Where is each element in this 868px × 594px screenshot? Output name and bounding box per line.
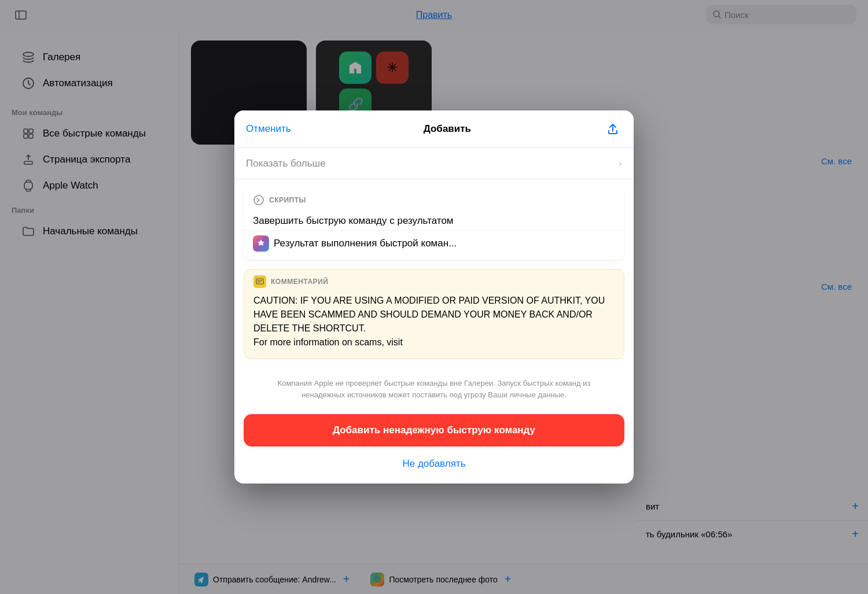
scripts-item-1: Завершить быструю команду с результатом xyxy=(244,209,624,231)
shortcuts-app-icon xyxy=(253,235,269,252)
scripts-label: СКРИПТЫ xyxy=(244,189,624,209)
scripts-icon xyxy=(253,194,264,206)
add-shortcut-modal: Отменить Добавить Показать больше › xyxy=(234,110,634,484)
comment-section: КОММЕНТАРИЙ CAUTION: IF YOU ARE USING A … xyxy=(244,269,624,359)
modal-title: Добавить xyxy=(424,123,471,135)
comment-text: CAUTION: IF YOU ARE USING A MODIFIED OR … xyxy=(244,292,624,359)
warning-text: Компания Apple не проверяет быстрые кома… xyxy=(234,368,634,409)
comment-label: КОММЕНТАРИЙ xyxy=(244,270,624,292)
cancel-button[interactable]: Отменить xyxy=(246,123,291,135)
modal-body: Показать больше › СКРИПТЫ Завершить быст… xyxy=(234,148,634,484)
show-more-row[interactable]: Показать больше › xyxy=(234,148,634,179)
scripts-section: СКРИПТЫ Завершить быструю команду с резу… xyxy=(244,189,624,260)
scripts-item-2: Результат выполнения быстрой коман... xyxy=(244,231,624,260)
show-more-text: Показать больше xyxy=(246,158,326,169)
svg-rect-13 xyxy=(256,279,263,284)
modal-header: Отменить Добавить xyxy=(234,110,634,148)
chevron-right-icon: › xyxy=(619,157,622,169)
modal-overlay[interactable]: Отменить Добавить Показать больше › xyxy=(0,0,868,594)
dont-add-button[interactable]: Не добавлять xyxy=(234,451,634,484)
comment-icon xyxy=(253,275,266,288)
add-untrusted-button[interactable]: Добавить ненадежную быструю команду xyxy=(244,414,624,447)
share-button[interactable] xyxy=(604,120,622,138)
